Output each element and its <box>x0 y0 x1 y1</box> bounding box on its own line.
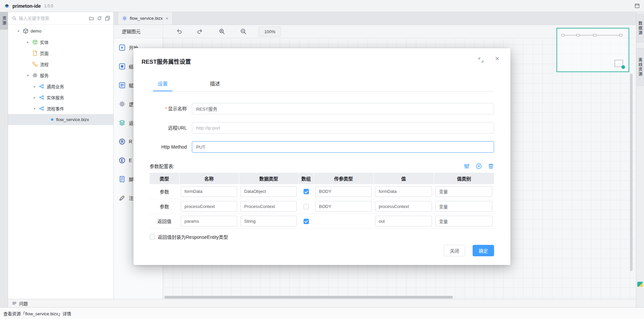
right-rail: 数据源 离线资源 <box>636 12 644 307</box>
param-table-caption: 参数配置表: <box>150 163 174 169</box>
resource-tree: ▾ demo ▸ 实体 页面 流程 <box>8 25 113 125</box>
zoom-out-icon[interactable] <box>240 28 247 35</box>
wrap-option-row: 返回值封装为ResponseEntity类型 <box>150 233 494 240</box>
param-valuekind-input[interactable] <box>435 186 492 197</box>
chevron-right-icon[interactable]: ▸ <box>32 96 37 99</box>
remote-url-row: 远程URL <box>150 122 494 134</box>
display-name-input[interactable] <box>192 103 494 114</box>
param-paramtype-input[interactable] <box>315 201 372 212</box>
window-icon[interactable] <box>634 3 640 9</box>
undo-icon[interactable] <box>176 28 182 35</box>
array-checkbox[interactable] <box>304 219 309 224</box>
col-type: 类型 <box>150 173 179 184</box>
script-icon <box>119 176 125 182</box>
param-name-input[interactable] <box>181 216 237 226</box>
collapse-all-icon[interactable] <box>105 16 110 21</box>
branch-icon <box>39 84 45 89</box>
close-button[interactable]: 关闭 <box>444 245 465 256</box>
array-checkbox[interactable] <box>304 189 309 194</box>
add-row-icon[interactable] <box>476 163 482 169</box>
title-bar: primeton-ide 1.0.0 <box>0 0 644 12</box>
param-row: 参数 <box>150 199 494 214</box>
col-name: 名称 <box>179 173 239 184</box>
corner-widget-icon[interactable] <box>637 282 643 287</box>
tree-item-demo[interactable]: ▾ demo <box>8 25 113 37</box>
status-text: 查看资源「flow_service.bizx」详情 <box>3 310 71 317</box>
param-value-input[interactable] <box>375 201 432 212</box>
chevron-right-icon[interactable]: ▸ <box>32 85 37 88</box>
rail-tab-resources[interactable]: 资源 <box>0 12 8 30</box>
tree-item-flow[interactable]: 流程 <box>8 59 113 70</box>
param-datatype-input[interactable] <box>240 216 297 226</box>
required-asterisk: * <box>165 106 167 111</box>
problems-label: 问题 <box>19 300 28 307</box>
rest-service-dialog: REST服务属性设置 × 设置 描述 *显示名称 远程URL Http Meth… <box>133 48 511 265</box>
param-paramtype-input[interactable] <box>315 186 372 197</box>
wrap-response-checkbox[interactable] <box>150 234 155 240</box>
col-value: 值 <box>373 173 434 184</box>
col-array: 数组 <box>299 173 314 184</box>
chevron-right-icon[interactable]: ▸ <box>25 40 30 44</box>
close-icon[interactable]: × <box>495 55 499 62</box>
param-valuekind-input[interactable] <box>435 216 492 226</box>
tree-item-common-business[interactable]: ▸ 通用业务 <box>8 81 113 92</box>
editor-tab-flow-service[interactable]: flow_service.bizx × <box>118 12 173 24</box>
minimap[interactable] <box>556 28 629 72</box>
redo-icon[interactable] <box>197 28 203 35</box>
param-valuekind-input[interactable] <box>435 201 492 212</box>
param-value-input[interactable] <box>375 216 432 226</box>
problems-bar[interactable]: 问题 <box>8 299 636 307</box>
dialog-title: REST服务属性设置 <box>133 48 511 65</box>
param-value-input[interactable] <box>375 186 432 197</box>
refresh-icon[interactable] <box>97 16 102 21</box>
rail-tab-offline-resources[interactable]: 离线资源 <box>636 48 644 86</box>
tree-item-service[interactable]: ▾ 服务 <box>8 70 113 81</box>
array-checkbox[interactable] <box>304 204 309 209</box>
play-icon <box>119 44 125 51</box>
param-row: 参数 <box>150 184 494 199</box>
tab-description[interactable]: 描述 <box>205 77 225 91</box>
resource-explorer: ▾ demo ▸ 实体 页面 流程 <box>8 12 114 299</box>
tab-settings[interactable]: 设置 <box>153 77 172 91</box>
entity-icon <box>32 39 38 45</box>
fullscreen-icon[interactable] <box>478 57 484 63</box>
zoom-level-button[interactable]: 100% <box>259 26 281 37</box>
app-logo-icon <box>4 3 10 9</box>
param-name-input[interactable] <box>181 201 237 212</box>
vertical-scrollbar[interactable] <box>630 74 633 271</box>
param-name-input[interactable] <box>181 186 237 197</box>
pen-icon <box>119 195 125 201</box>
param-datatype-input[interactable] <box>240 186 297 197</box>
confirm-button[interactable]: 确定 <box>473 245 494 256</box>
flow-icon <box>32 61 38 67</box>
tree-item-flow-service-file[interactable]: flow_service.bizx <box>8 114 113 125</box>
dialog-footer: 关闭 确定 <box>133 245 511 256</box>
param-table-header-row: 类型 名称 数据类型 数组 传参类型 值 值类别 <box>150 173 494 184</box>
tree-item-flow-events[interactable]: ▾ 流程事件 <box>8 103 113 114</box>
horizontal-scrollbar[interactable] <box>164 296 453 299</box>
chevron-down-icon[interactable]: ▾ <box>32 107 37 110</box>
tree-item-page[interactable]: 页面 <box>8 48 113 59</box>
delete-row-icon[interactable] <box>488 163 494 169</box>
tree-item-entity-service[interactable]: ▸ 实体服务 <box>8 92 113 103</box>
remote-url-input[interactable] <box>192 122 494 134</box>
http-method-label: Http Method <box>150 141 187 153</box>
folder-icon[interactable] <box>89 16 94 21</box>
page-icon <box>32 50 38 56</box>
display-name-label: 显示名称 <box>168 106 187 111</box>
chevron-down-icon[interactable]: ▾ <box>25 73 30 77</box>
param-table-header: 参数配置表: <box>150 163 494 169</box>
tree-item-entity[interactable]: ▸ 实体 <box>8 37 113 48</box>
service-gear-icon <box>122 16 127 21</box>
tab-close-icon[interactable]: × <box>165 16 168 21</box>
zoom-in-icon[interactable] <box>219 28 225 35</box>
display-name-row: *显示名称 <box>150 103 494 114</box>
search-input[interactable] <box>19 16 87 21</box>
param-datatype-input[interactable] <box>240 201 297 212</box>
gear-icon <box>119 101 125 107</box>
tune-icon[interactable] <box>464 163 470 169</box>
layers-icon <box>119 119 125 126</box>
http-method-input[interactable] <box>192 141 494 153</box>
rail-tab-datasource[interactable]: 数据源 <box>636 14 644 42</box>
chevron-down-icon[interactable]: ▾ <box>16 29 21 33</box>
